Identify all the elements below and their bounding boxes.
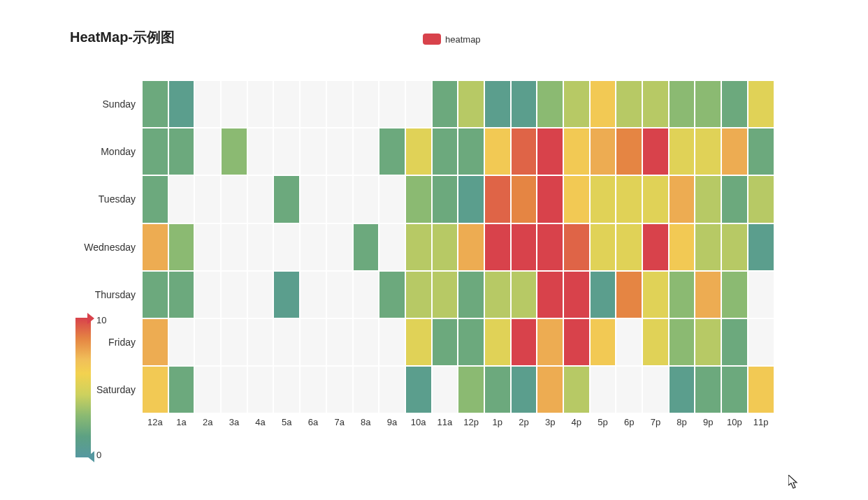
heatmap-cell[interactable] <box>169 272 194 318</box>
heatmap-cell[interactable] <box>248 272 273 318</box>
heatmap-cell[interactable] <box>485 224 510 270</box>
heatmap-cell[interactable] <box>379 128 405 175</box>
heatmap-cell[interactable] <box>616 176 642 222</box>
heatmap-cell[interactable] <box>169 319 194 365</box>
legend[interactable]: heatmap <box>423 34 481 45</box>
heatmap-cell[interactable] <box>485 367 510 413</box>
heatmap-cell[interactable] <box>327 81 352 127</box>
heatmap-cell[interactable] <box>274 319 299 365</box>
heatmap-cell[interactable] <box>327 224 352 270</box>
heatmap-cell[interactable] <box>485 81 510 127</box>
heatmap-cell[interactable] <box>722 319 747 365</box>
heatmap-cell[interactable] <box>406 81 431 127</box>
heatmap-cell[interactable] <box>143 224 168 270</box>
heatmap-cell[interactable] <box>695 81 721 127</box>
heatmap-cell[interactable] <box>722 367 747 413</box>
heatmap-cell[interactable] <box>354 224 379 270</box>
heatmap-cell[interactable] <box>248 176 273 222</box>
heatmap-cell[interactable] <box>169 128 194 175</box>
heatmap-cell[interactable] <box>458 128 484 175</box>
heatmap-cell[interactable] <box>722 128 747 175</box>
heatmap-cell[interactable] <box>670 176 695 222</box>
heatmap-cell[interactable] <box>748 367 774 413</box>
heatmap-cell[interactable] <box>616 272 642 318</box>
heatmap-cell[interactable] <box>670 319 695 365</box>
heatmap-cell[interactable] <box>301 367 326 413</box>
heatmap-cell[interactable] <box>195 128 220 175</box>
heatmap-cell[interactable] <box>222 224 247 270</box>
heatmap-cell[interactable] <box>616 367 642 413</box>
heatmap-cell[interactable] <box>433 367 458 413</box>
heatmap-cell[interactable] <box>670 367 695 413</box>
heatmap-cell[interactable] <box>248 319 273 365</box>
heatmap-cell[interactable] <box>274 224 299 270</box>
heatmap-cell[interactable] <box>564 176 589 222</box>
heatmap-cell[interactable] <box>748 128 774 175</box>
heatmap-cell[interactable] <box>301 176 326 222</box>
heatmap-cell[interactable] <box>458 272 484 318</box>
heatmap-cell[interactable] <box>695 319 721 365</box>
heatmap-cell[interactable] <box>722 272 747 318</box>
heatmap-cell[interactable] <box>670 272 695 318</box>
heatmap-cell[interactable] <box>433 81 458 127</box>
scale-max-handle[interactable] <box>87 313 94 324</box>
heatmap-cell[interactable] <box>670 128 695 175</box>
heatmap-cell[interactable] <box>670 81 695 127</box>
heatmap-cell[interactable] <box>143 176 168 222</box>
heatmap-cell[interactable] <box>169 81 194 127</box>
heatmap-cell[interactable] <box>379 224 405 270</box>
heatmap-cell[interactable] <box>616 128 642 175</box>
heatmap-cell[interactable] <box>327 319 352 365</box>
heatmap-cell[interactable] <box>354 81 379 127</box>
heatmap-cell[interactable] <box>458 319 484 365</box>
heatmap-cell[interactable] <box>591 272 616 318</box>
heatmap-cell[interactable] <box>695 272 721 318</box>
heatmap-cell[interactable] <box>301 224 326 270</box>
heatmap-cell[interactable] <box>222 176 247 222</box>
heatmap-cell[interactable] <box>537 81 563 127</box>
heatmap-cell[interactable] <box>274 128 299 175</box>
heatmap-cell[interactable] <box>485 128 510 175</box>
heatmap-cell[interactable] <box>537 224 563 270</box>
heatmap-cell[interactable] <box>354 176 379 222</box>
heatmap-cell[interactable] <box>301 319 326 365</box>
heatmap-cell[interactable] <box>195 81 220 127</box>
heatmap-cell[interactable] <box>195 319 220 365</box>
heatmap-cell[interactable] <box>537 319 563 365</box>
heatmap-cell[interactable] <box>327 176 352 222</box>
heatmap-cell[interactable] <box>591 176 616 222</box>
scale-min-handle[interactable] <box>87 451 94 462</box>
heatmap-cell[interactable] <box>564 224 589 270</box>
heatmap-cell[interactable] <box>695 128 721 175</box>
heatmap-cell[interactable] <box>143 81 168 127</box>
heatmap-cell[interactable] <box>722 224 747 270</box>
heatmap-cell[interactable] <box>616 224 642 270</box>
heatmap-cell[interactable] <box>485 319 510 365</box>
heatmap-cell[interactable] <box>301 81 326 127</box>
heatmap-cell[interactable] <box>643 272 668 318</box>
color-scale[interactable]: 10 0 <box>75 318 91 457</box>
heatmap-cell[interactable] <box>248 81 273 127</box>
heatmap-cell[interactable] <box>564 128 589 175</box>
heatmap-cell[interactable] <box>248 224 273 270</box>
heatmap-cell[interactable] <box>379 319 405 365</box>
heatmap-cell[interactable] <box>354 319 379 365</box>
heatmap-cell[interactable] <box>591 81 616 127</box>
heatmap-cell[interactable] <box>379 367 405 413</box>
heatmap-cell[interactable] <box>695 224 721 270</box>
heatmap-cell[interactable] <box>327 272 352 318</box>
heatmap-cell[interactable] <box>379 272 405 318</box>
heatmap-cell[interactable] <box>433 176 458 222</box>
heatmap-cell[interactable] <box>643 81 668 127</box>
heatmap-cell[interactable] <box>748 319 774 365</box>
heatmap-cell[interactable] <box>433 224 458 270</box>
heatmap-cell[interactable] <box>379 81 405 127</box>
heatmap-cell[interactable] <box>169 367 194 413</box>
heatmap-cell[interactable] <box>591 224 616 270</box>
heatmap-cell[interactable] <box>537 176 563 222</box>
heatmap-cell[interactable] <box>327 367 352 413</box>
heatmap-cell[interactable] <box>512 367 537 413</box>
heatmap-cell[interactable] <box>591 128 616 175</box>
heatmap-cell[interactable] <box>695 176 721 222</box>
heatmap-cell[interactable] <box>458 224 484 270</box>
